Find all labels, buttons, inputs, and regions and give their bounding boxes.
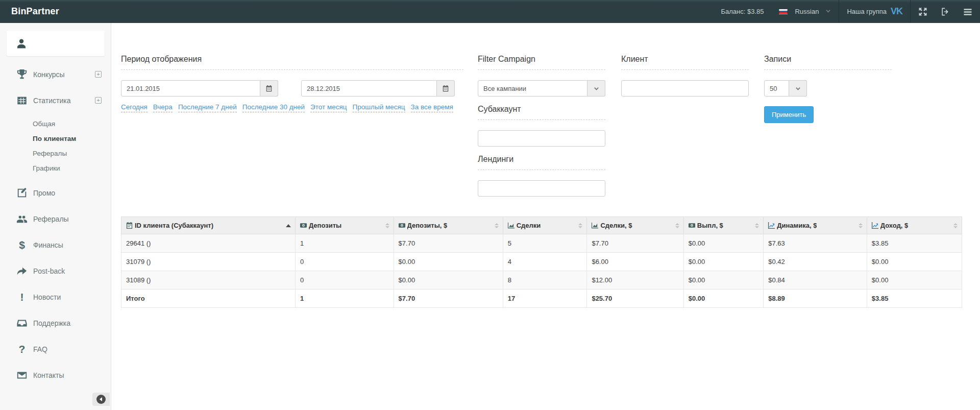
logout-button[interactable]: [940, 7, 950, 17]
table-row[interactable]: 29641 () 1 $7.70 5 $7.70 $0.00 $7.63 $3.…: [121, 234, 962, 253]
clients-stats-table: ID клиента (Субаккаунт) Депозиты Депозит…: [121, 216, 962, 308]
column-header-client-id[interactable]: ID клиента (Субаккаунт): [121, 217, 296, 234]
sort-icon: [575, 223, 582, 228]
cell: 4: [503, 253, 587, 271]
sidebar-item-postback[interactable]: Post-back: [0, 258, 111, 284]
sidebar-item-referaly[interactable]: Рефералы: [0, 206, 111, 232]
coin-icon: [300, 222, 307, 229]
link-today[interactable]: Сегодня: [121, 103, 148, 112]
sidebar-item-finansy[interactable]: $ Финансы: [0, 232, 111, 258]
chevron-down-icon: [825, 8, 831, 15]
column-header-dynamics-usd[interactable]: Динамика, $: [764, 217, 867, 234]
records-section: Записи 50 Применить: [764, 55, 892, 123]
column-header-payout-usd[interactable]: Выпл, $: [683, 217, 763, 234]
column-header-deals[interactable]: Сделки: [503, 217, 587, 234]
grid-icon: [15, 94, 29, 107]
apply-button[interactable]: Применить: [764, 106, 814, 123]
sidebar-subitem-grafiki[interactable]: Графики: [0, 161, 111, 176]
calendar-icon[interactable]: [437, 80, 455, 97]
subaccount-title: Субаккаунт: [478, 105, 605, 120]
subaccount-input[interactable]: [478, 130, 605, 147]
campaign-section: Filter Campaign Все кампании Субаккаунт …: [478, 55, 605, 197]
period-title: Период отображения: [121, 55, 463, 70]
cell: $8.89: [764, 290, 867, 308]
area-chart-icon: [507, 222, 515, 229]
cell: $0.00: [867, 271, 962, 290]
sidebar-item-statistika[interactable]: Статистика +: [0, 87, 111, 113]
balance-label: Баланс: $3.85: [713, 0, 771, 23]
link-last7[interactable]: Последние 7 дней: [178, 103, 237, 112]
column-header-income-usd[interactable]: Доход, $: [867, 217, 962, 234]
sidebar-submenu: Общая По клиентам Рефералы Графики: [0, 113, 111, 180]
cell: 5: [503, 234, 587, 253]
sidebar: Конкурсы + Статистика + Общая По клиента…: [0, 23, 111, 410]
campaign-select[interactable]: Все кампании: [478, 80, 605, 97]
records-select[interactable]: 50: [764, 80, 807, 97]
sidebar-menu: Конкурсы + Статистика + Общая По клиента…: [0, 61, 111, 388]
sidebar-subitem-referaly[interactable]: Рефералы: [0, 146, 111, 161]
user-avatar-icon: [15, 37, 28, 50]
column-label: Депозиты: [309, 222, 341, 229]
campaign-title: Filter Campaign: [478, 55, 605, 70]
sidebar-item-kontakty[interactable]: Контакты: [0, 362, 111, 388]
cell: 8: [503, 271, 587, 290]
edit-icon: [15, 187, 29, 199]
cell: $0.00: [394, 271, 503, 290]
cell: $0.42: [764, 253, 867, 271]
user-profile-card[interactable]: [7, 31, 105, 56]
cell: $7.70: [394, 290, 503, 308]
date-from-input[interactable]: [121, 80, 260, 97]
sidebar-item-label: Поддержка: [33, 319, 102, 327]
sidebar-item-label: Конкурсы: [33, 70, 95, 79]
expand-icon[interactable]: +: [95, 71, 102, 78]
column-header-deposits[interactable]: Депозиты: [295, 217, 394, 234]
sidebar-item-label: FAQ: [33, 345, 102, 353]
coin-icon: [398, 222, 406, 229]
column-label: Доход, $: [880, 222, 908, 229]
sidebar-item-podderzhka[interactable]: Поддержка: [0, 310, 111, 336]
sidebar-item-faq[interactable]: ? FAQ: [0, 336, 111, 362]
fullscreen-button[interactable]: [918, 7, 928, 17]
sort-icon: [752, 223, 759, 228]
sort-icon: [382, 223, 389, 228]
sort-icon: [492, 223, 499, 228]
inbox-icon: [15, 317, 29, 329]
column-label: Сделки: [517, 222, 541, 229]
cell: $0.00: [867, 253, 962, 271]
link-all-time[interactable]: За все время: [411, 103, 453, 112]
total-label: Итого: [121, 290, 296, 308]
cell: 0: [295, 253, 394, 271]
table-row[interactable]: 31089 () 0 $0.00 8 $12.00 $0.00 $0.84 $0…: [121, 271, 962, 290]
client-input[interactable]: [621, 80, 749, 97]
link-last30[interactable]: Последние 30 дней: [242, 103, 305, 112]
table-row[interactable]: 31079 () 0 $0.00 4 $6.00 $0.00 $0.42 $0.…: [121, 253, 962, 271]
sidebar-subitem-po-klientam[interactable]: По клиентам: [0, 131, 111, 146]
sidebar-subitem-obshchaya[interactable]: Общая: [0, 116, 111, 131]
records-select-value: 50: [764, 80, 789, 97]
vk-icon: VK: [891, 6, 902, 17]
menu-button[interactable]: [963, 7, 973, 17]
column-header-deals-usd[interactable]: Сделки, $: [587, 217, 683, 234]
calendar-icon[interactable]: [260, 80, 278, 97]
sidebar-item-promo[interactable]: Промо: [0, 180, 111, 206]
date-to-input[interactable]: [301, 80, 437, 97]
client-section: Клиент: [621, 55, 749, 97]
sidebar-item-konkursy[interactable]: Конкурсы +: [0, 61, 111, 87]
group-label: Наша группа: [847, 8, 887, 15]
expand-icon[interactable]: +: [95, 97, 102, 104]
language-selector[interactable]: Russian: [771, 0, 839, 23]
line-chart-icon: [871, 222, 879, 229]
date-from-group: [121, 80, 278, 97]
link-yesterday[interactable]: Вчера: [153, 103, 173, 112]
column-header-deposits-usd[interactable]: Депозиты, $: [394, 217, 503, 234]
vk-group-link[interactable]: Наша группа VK: [839, 0, 910, 23]
sidebar-collapse-button[interactable]: [92, 393, 110, 406]
quick-period-links: Сегодня Вчера Последние 7 дней Последние…: [121, 103, 463, 112]
link-this-month[interactable]: Этот месяц: [310, 103, 347, 112]
table-header-row: ID клиента (Субаккаунт) Депозиты Депозит…: [121, 217, 962, 234]
sidebar-item-novosti[interactable]: ! Новости: [0, 284, 111, 310]
period-section: Период отображения: [121, 55, 463, 112]
landings-input[interactable]: [478, 180, 605, 197]
link-prev-month[interactable]: Прошлый месяц: [353, 103, 405, 112]
app-logo[interactable]: BinPartner: [0, 0, 111, 23]
